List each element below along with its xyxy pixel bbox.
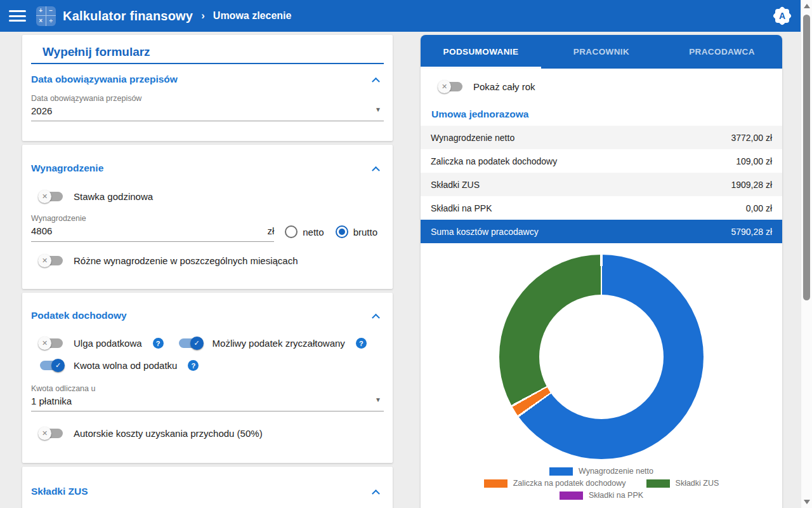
section-title: Wynagrodzenie <box>31 163 103 174</box>
wage-input[interactable] <box>31 225 190 236</box>
tab-pracodawca[interactable]: PRACODAWCA <box>662 35 782 69</box>
row-value: 0,00 zł <box>746 203 772 213</box>
section-header-tax[interactable]: Podatek dochodowy <box>31 310 384 321</box>
chevron-up-icon[interactable] <box>372 77 380 85</box>
monthly-variation-toggle[interactable] <box>40 256 63 265</box>
toggle-thumb-cross-icon <box>38 190 51 203</box>
menu-icon[interactable] <box>9 10 26 22</box>
row-value: 5790,28 zł <box>731 227 772 237</box>
row-label: Zaliczka na podatek dochodowy <box>431 156 557 166</box>
toggle-thumb-cross-icon <box>38 254 51 267</box>
tab-podsumowanie[interactable]: PODSUMOWANIE <box>421 35 541 69</box>
table-row: Wynagrodzenie netto 3772,00 zł <box>421 126 782 149</box>
row-value: 109,00 zł <box>736 156 772 166</box>
main-content: +−×÷ Kalkulator finansowy › Umowa zlecen… <box>0 0 801 508</box>
legend-label: Składki ZUS <box>676 479 719 488</box>
dropdown-arrow-icon[interactable] <box>375 106 381 113</box>
netto-brutto-radios: netto brutto <box>285 225 384 242</box>
table-row-total: Suma kosztów pracodawcy 5790,28 zł <box>421 220 782 243</box>
legend-item[interactable]: Wynagrodzenie netto <box>549 467 653 476</box>
dropdown-arrow-icon[interactable] <box>375 396 381 403</box>
flat-tax-toggle[interactable] <box>179 338 202 348</box>
card-income-tax: Podatek dochodowy Ulga podatkowa Możliwy… <box>22 293 393 463</box>
card-zus: Składki ZUS <box>22 467 393 508</box>
legend-label: Zaliczka na podatek dochodowy <box>513 479 626 488</box>
toggle-label: Autorskie koszty uzyskania przychodu (50… <box>74 428 263 439</box>
table-row: Zaliczka na podatek dochodowy 109,00 zł <box>421 149 782 173</box>
table-row: Składki ZUS 1909,28 zł <box>421 173 782 196</box>
toggle-label: Pokaż cały rok <box>473 81 535 92</box>
row-label: Wynagrodzenie netto <box>431 133 514 143</box>
app-title: Kalkulator finansowy <box>63 9 193 23</box>
font-size-badge-icon[interactable]: A <box>773 6 792 25</box>
legend-swatch <box>484 479 508 488</box>
help-icon[interactable] <box>153 338 164 349</box>
brutto-label: brutto <box>353 227 377 237</box>
deducted-at-select[interactable]: Kwota odliczana u 1 płatnika <box>31 384 384 411</box>
toggle-label: Różne wynagrodzenie w poszczególnych mie… <box>74 255 298 266</box>
toggle-label: Możliwy podatek zryczałtowany <box>213 338 345 349</box>
chevron-up-icon[interactable] <box>372 313 380 321</box>
summary-tabs: PODSUMOWANIE PRACOWNIK PRACODAWCA <box>421 35 782 69</box>
legend-swatch <box>560 491 583 500</box>
row-value: 1909,28 zł <box>731 180 772 190</box>
legend-swatch <box>646 479 670 488</box>
section-title: Składki ZUS <box>31 486 88 497</box>
toggle-thumb-cross-icon <box>38 427 51 440</box>
field-label: Data obowiązywania przepisów <box>31 94 384 103</box>
row-value: 3772,00 zł <box>731 133 772 143</box>
form-column: Wypełnij formularz Data obowiązywania pr… <box>22 35 393 508</box>
tax-relief-row: Ulga podatkowa <box>40 338 164 349</box>
legend-item[interactable]: Składki na PPK <box>560 491 643 500</box>
section-header-zus[interactable]: Składki ZUS <box>31 486 384 497</box>
title-underline <box>31 63 384 64</box>
row-label: Suma kosztów pracodawcy <box>431 227 539 237</box>
author-costs-toggle[interactable] <box>40 429 63 438</box>
netto-label: netto <box>303 227 324 237</box>
full-year-toggle[interactable] <box>440 82 462 91</box>
regulation-date-select[interactable]: Data obowiązywania przepisów 2026 <box>31 94 384 121</box>
table-row: Składki na PPK 0,00 zł <box>421 196 782 220</box>
app-bar: +−×÷ Kalkulator finansowy › Umowa zlecen… <box>0 0 801 32</box>
legend-item[interactable]: Składki ZUS <box>646 479 719 488</box>
field-label: Kwota odliczana u <box>31 384 384 393</box>
row-label: Składki na PPK <box>431 203 492 213</box>
chevron-up-icon[interactable] <box>372 166 380 174</box>
chart-legend: Wynagrodzenie netto Zaliczka na podatek … <box>421 467 782 500</box>
field-value: 2026 <box>31 105 384 116</box>
hourly-rate-row: Stawka godzinowa <box>40 191 384 202</box>
toggle-thumb-check-icon <box>190 337 204 350</box>
vertical-scrollbar[interactable] <box>801 0 812 508</box>
legend-label: Składki na PPK <box>589 491 643 500</box>
breadcrumb-separator-icon: › <box>201 10 205 22</box>
section-header-salary[interactable]: Wynagrodzenie <box>31 163 384 174</box>
tab-pracownik[interactable]: PRACOWNIK <box>541 35 662 69</box>
brutto-radio[interactable] <box>336 225 348 238</box>
netto-radio[interactable] <box>285 225 298 238</box>
help-icon[interactable] <box>188 360 199 371</box>
row-label: Składki ZUS <box>431 180 480 190</box>
tax-toggles-row: Ulga podatkowa Możliwy podatek zryczałto… <box>31 338 384 349</box>
full-year-row: Pokaż cały rok <box>440 69 782 92</box>
flat-tax-row: Możliwy podatek zryczałtowany <box>179 338 367 349</box>
scroll-down-arrow-icon[interactable] <box>804 500 810 504</box>
donut-chart <box>499 255 704 459</box>
scrollbar-thumb[interactable] <box>803 15 810 300</box>
tax-relief-toggle[interactable] <box>40 338 63 348</box>
hourly-rate-toggle[interactable] <box>40 192 63 201</box>
legend-item[interactable]: Zaliczka na podatek dochodowy <box>484 479 626 488</box>
wage-row: Wynagrodzenie zł netto brutto <box>31 214 384 242</box>
card-regulations: Wypełnij formularz Data obowiązywania pr… <box>22 35 393 141</box>
summary-table: Wynagrodzenie netto 3772,00 zł Zaliczka … <box>421 126 782 243</box>
summary-section-title: Umowa jednorazowa <box>431 109 782 120</box>
chevron-up-icon[interactable] <box>372 489 380 497</box>
monthly-variation-row: Różne wynagrodzenie w poszczególnych mie… <box>40 255 384 266</box>
help-icon[interactable] <box>356 338 367 349</box>
author-costs-row: Autorskie koszty uzyskania przychodu (50… <box>40 428 384 439</box>
free-amount-toggle[interactable] <box>40 361 63 370</box>
section-header-regulations[interactable]: Data obowiązywania przepisów <box>31 74 384 85</box>
calculator-app-icon: +−×÷ <box>36 6 56 26</box>
scroll-up-arrow-icon[interactable] <box>804 4 810 8</box>
legend-label: Wynagrodzenie netto <box>579 467 653 476</box>
breadcrumb: Umowa zlecenie <box>213 10 292 22</box>
